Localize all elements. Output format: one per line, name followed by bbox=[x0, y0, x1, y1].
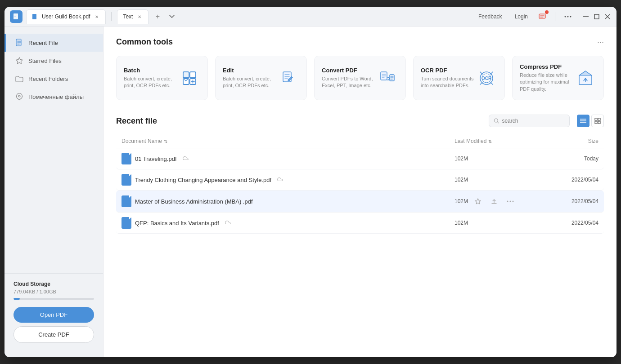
tool-edit-name: Edit bbox=[223, 67, 278, 74]
svg-rect-35 bbox=[598, 121, 600, 124]
file-name-2: Trendy Clothing Changing Appearance and … bbox=[135, 177, 271, 183]
grid-view-button[interactable] bbox=[591, 115, 604, 127]
login-button[interactable]: Login bbox=[511, 12, 531, 22]
svg-rect-5 bbox=[539, 14, 545, 18]
file-icon-2 bbox=[122, 174, 131, 186]
tool-convert-desc: Convert PDFs to Word, Excel, PPT, Image … bbox=[322, 75, 377, 89]
tab-separator bbox=[111, 12, 112, 21]
tab-user-guild-book[interactable]: User Guild Book.pdf ✕ bbox=[26, 9, 106, 24]
tool-compress-pdf[interactable]: Compress PDF Reduce file size while opti… bbox=[512, 56, 604, 100]
recent-file-title: Recent file bbox=[116, 116, 157, 126]
tool-batch-info: Batch Batch convert, create, print, OCR … bbox=[124, 67, 179, 89]
col-modified-label: Last Modified bbox=[454, 138, 486, 144]
svg-rect-10 bbox=[594, 14, 599, 19]
file-row-2[interactable]: Trendy Clothing Changing Appearance and … bbox=[116, 169, 604, 191]
star-action-3[interactable] bbox=[472, 195, 484, 208]
file-size-1: 102M bbox=[454, 155, 544, 162]
svg-rect-34 bbox=[595, 121, 597, 124]
file-name-cell-1: 01 Traveling.pdf bbox=[122, 153, 454, 164]
common-tools-more[interactable]: ··· bbox=[597, 37, 604, 47]
create-pdf-button[interactable]: Create PDF bbox=[14, 326, 94, 343]
svg-rect-19 bbox=[184, 72, 189, 77]
file-table-header: Document Name ⇅ Last Modified ⇅ Size bbox=[116, 134, 604, 148]
storage-progress-fill bbox=[14, 298, 20, 300]
sidebar-item-recent-file[interactable]: Recent File bbox=[4, 34, 103, 52]
tool-edit[interactable]: Edit Batch convert, create, print, OCR P… bbox=[215, 56, 307, 100]
new-tab-button[interactable]: + bbox=[152, 11, 163, 22]
tool-ocr-info: OCR PDF Turn scaned documents into searc… bbox=[421, 67, 476, 89]
list-view-button[interactable] bbox=[577, 115, 590, 127]
close-button[interactable] bbox=[604, 13, 611, 20]
file-name-cell-2: Trendy Clothing Changing Appearance and … bbox=[122, 174, 454, 186]
tool-compress-info: Compress PDF Reduce file size while opti… bbox=[520, 63, 575, 93]
svg-point-7 bbox=[567, 16, 569, 17]
marked-files-label: Помеченные файлы bbox=[28, 93, 84, 100]
svg-point-14 bbox=[18, 95, 20, 97]
file-name-3: Master of Business Administration (MBA) … bbox=[135, 198, 253, 205]
marked-files-icon bbox=[15, 92, 24, 101]
svg-rect-17 bbox=[183, 79, 189, 84]
col-header-modified[interactable]: Last Modified ⇅ bbox=[454, 138, 544, 144]
col-header-name[interactable]: Document Name ⇅ bbox=[122, 138, 454, 144]
file-name-1: 01 Traveling.pdf bbox=[135, 155, 177, 162]
tool-batch[interactable]: Batch Batch convert, create, print, OCR … bbox=[116, 56, 208, 100]
sidebar-item-marked-files[interactable]: Помеченные файлы bbox=[4, 88, 103, 106]
file-date-3: 2022/05/04 bbox=[544, 198, 598, 204]
svg-point-8 bbox=[570, 16, 572, 17]
tools-grid: Batch Batch convert, create, print, OCR … bbox=[116, 56, 604, 100]
svg-point-6 bbox=[565, 16, 566, 17]
file-name-cell-4: QFP: Basics and Its Variants.pdf bbox=[122, 217, 454, 229]
file-row-4[interactable]: QFP: Basics and Its Variants.pdf 102M 20… bbox=[116, 213, 604, 234]
col-name-label: Document Name bbox=[122, 138, 162, 144]
more-options-button[interactable] bbox=[562, 11, 573, 22]
tab-text[interactable]: Text ✕ bbox=[117, 9, 148, 24]
compress-icon bbox=[575, 67, 596, 89]
tool-ocr-pdf[interactable]: OCR PDF Turn scaned documents into searc… bbox=[413, 56, 505, 100]
tab-text-label: Text bbox=[123, 13, 133, 20]
open-pdf-button[interactable]: Open PDF bbox=[14, 307, 94, 323]
storage-progress-bar bbox=[14, 298, 94, 300]
cloud-sync-icon-2 bbox=[277, 177, 284, 183]
svg-rect-3 bbox=[14, 17, 16, 17]
search-bar[interactable] bbox=[489, 115, 570, 127]
main-content: Recent File Starred Files Recent Folders bbox=[4, 27, 616, 357]
svg-point-37 bbox=[510, 201, 511, 202]
recent-file-icon bbox=[15, 38, 24, 47]
svg-text:OCR: OCR bbox=[482, 76, 492, 81]
tool-batch-name: Batch bbox=[124, 67, 179, 74]
file-name-cell-3: Master of Business Administration (MBA) … bbox=[122, 195, 454, 207]
svg-rect-32 bbox=[595, 118, 597, 120]
sidebar-spacer bbox=[4, 106, 103, 273]
svg-rect-33 bbox=[598, 118, 600, 120]
maximize-button[interactable] bbox=[593, 13, 600, 20]
file-size-4: 102M bbox=[454, 220, 544, 226]
file-controls bbox=[489, 115, 604, 127]
recent-file-header: Recent file bbox=[116, 115, 604, 127]
tab-text-close[interactable]: ✕ bbox=[136, 13, 143, 20]
tool-convert-pdf[interactable]: Convert PDF Convert PDFs to Word, Excel,… bbox=[314, 56, 406, 100]
more-action-3[interactable] bbox=[504, 195, 517, 208]
file-row-3[interactable]: Master of Business Administration (MBA) … bbox=[116, 191, 604, 213]
svg-point-38 bbox=[513, 201, 514, 202]
common-tools-title: Common tools bbox=[116, 37, 173, 47]
tool-compress-name: Compress PDF bbox=[520, 63, 575, 70]
tab-close-button[interactable]: ✕ bbox=[94, 13, 100, 20]
cloud-sync-icon-4 bbox=[225, 220, 232, 226]
tool-convert-name: Convert PDF bbox=[322, 67, 377, 74]
view-toggles bbox=[577, 115, 604, 127]
tool-compress-desc: Reduce file size while optimizing for ma… bbox=[520, 72, 575, 93]
file-row-1[interactable]: 01 Traveling.pdf 102M Today bbox=[116, 148, 604, 169]
feedback-button[interactable]: Feedback bbox=[475, 12, 506, 22]
sidebar-item-recent-folders[interactable]: Recent Folders bbox=[4, 70, 103, 88]
dropdown-icon[interactable] bbox=[166, 11, 177, 22]
search-input[interactable] bbox=[502, 118, 565, 124]
upload-action-3[interactable] bbox=[488, 195, 500, 208]
notification-button[interactable] bbox=[537, 11, 548, 22]
svg-rect-0 bbox=[14, 13, 18, 19]
content-inner: Common tools ··· Batch Batch convert, cr… bbox=[104, 27, 616, 357]
sidebar-item-starred-files[interactable]: Starred Files bbox=[4, 52, 103, 70]
tool-edit-info: Edit Batch convert, create, print, OCR P… bbox=[223, 67, 278, 89]
minimize-button[interactable] bbox=[582, 13, 590, 20]
convert-icon bbox=[377, 67, 398, 89]
file-table: Document Name ⇅ Last Modified ⇅ Size bbox=[116, 134, 604, 234]
